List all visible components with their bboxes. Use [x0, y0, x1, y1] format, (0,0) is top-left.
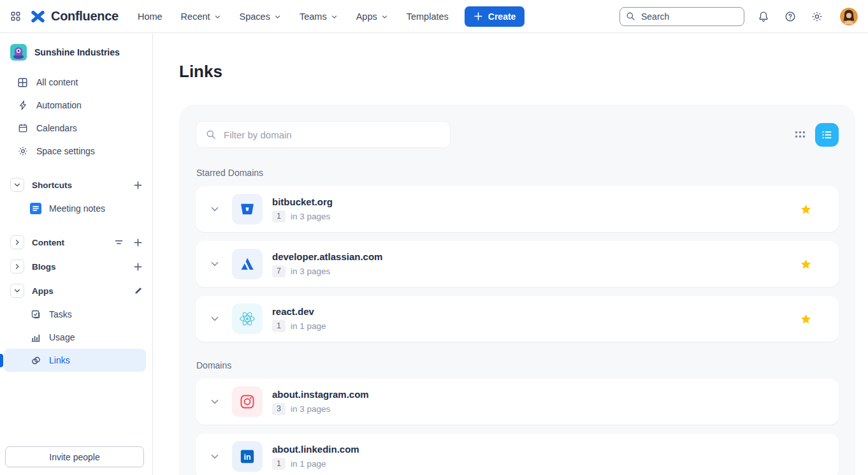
confluence-logo-mark: [29, 9, 47, 24]
domain-name: about.linkedin.com: [272, 444, 359, 455]
create-button[interactable]: Create: [465, 6, 525, 27]
link-count-badge: 1: [272, 210, 286, 223]
domain-name: developer.atlassian.com: [272, 251, 382, 262]
space-name: Sunshine Industries: [34, 47, 120, 57]
expand-chevron-right-icon[interactable]: [10, 235, 24, 249]
instagram-icon: [232, 386, 263, 417]
help-icon[interactable]: [785, 11, 796, 22]
sidebar-item-automation[interactable]: Automation: [0, 94, 152, 117]
view-toggle: [795, 123, 839, 147]
primary-nav: Home Recent Spaces Teams Apps Templates: [138, 11, 449, 22]
invite-people-button[interactable]: Invite people: [5, 446, 144, 467]
nav-home[interactable]: Home: [138, 11, 163, 22]
content-header[interactable]: Content: [0, 230, 152, 254]
grid-view-button[interactable]: [795, 130, 806, 139]
nav-spaces[interactable]: Spaces: [240, 11, 281, 22]
add-shortcut-plus-icon[interactable]: [133, 180, 143, 190]
collapse-chevron-down-icon[interactable]: [10, 284, 24, 298]
sidebar-item-all-content[interactable]: All content: [0, 71, 152, 94]
domain-name: bitbucket.org: [272, 196, 333, 207]
expand-chevron-down-icon[interactable]: [210, 204, 220, 214]
expand-chevron-down-icon[interactable]: [210, 451, 220, 462]
nav-templates[interactable]: Templates: [407, 11, 449, 22]
star-icon[interactable]: [800, 258, 812, 270]
nav-recent[interactable]: Recent: [181, 11, 221, 22]
domain-row-atlassian[interactable]: developer.atlassian.com 7 in 3 pages: [196, 241, 839, 287]
topbar-action-icons: [758, 8, 858, 26]
links-panel: Starred Domains bitbucket.org 1 in 3 pag…: [179, 105, 855, 475]
expand-chevron-down-icon[interactable]: [210, 259, 220, 269]
link-count-badge: 7: [272, 265, 286, 277]
apps-header[interactable]: Apps: [0, 279, 152, 303]
space-settings-icon: [17, 146, 28, 156]
search-input[interactable]: [640, 11, 738, 22]
filter-icon[interactable]: [114, 238, 124, 247]
domain-row-react[interactable]: react.dev 1 in 1 page: [196, 296, 839, 342]
domain-row-bitbucket[interactable]: bitbucket.org 1 in 3 pages: [196, 186, 839, 232]
pages-text: in 3 pages: [291, 267, 330, 276]
top-navigation-bar: Confluence Home Recent Spaces Teams Apps…: [0, 0, 868, 33]
chevron-down-icon: [331, 13, 338, 20]
user-avatar[interactable]: [840, 8, 858, 26]
nav-apps[interactable]: Apps: [356, 11, 388, 22]
main-content: Links Starred Domains: [154, 34, 868, 475]
edit-pencil-icon[interactable]: [134, 286, 143, 295]
meeting-notes-icon: [30, 203, 41, 214]
global-search[interactable]: [619, 7, 744, 26]
add-content-plus-icon[interactable]: [133, 238, 143, 247]
domain-filter[interactable]: [196, 121, 451, 148]
star-icon[interactable]: [800, 313, 812, 325]
notifications-bell-icon[interactable]: [758, 11, 769, 22]
sidebar-item-tasks[interactable]: Tasks: [4, 303, 146, 326]
sidebar-item-usage[interactable]: Usage: [4, 326, 146, 349]
tasks-icon: [30, 309, 41, 319]
space-avatar-monster: [10, 44, 27, 61]
usage-icon: [30, 332, 41, 342]
domains-label: Domains: [196, 360, 839, 370]
search-icon: [206, 129, 216, 140]
domain-row-linkedin[interactable]: in about.linkedin.com 1 in 1 page: [196, 434, 839, 475]
domain-filter-input[interactable]: [222, 129, 440, 141]
starred-domains-label: Starred Domains: [196, 168, 839, 178]
domain-name: about.instagram.com: [272, 389, 369, 400]
apps-label: Apps: [32, 286, 54, 296]
nav-teams[interactable]: Teams: [300, 11, 338, 22]
pages-text: in 3 pages: [291, 404, 330, 414]
confluence-logo[interactable]: Confluence: [29, 9, 119, 24]
svg-text:in: in: [243, 453, 250, 462]
sidebar-nav: All content Automation Calendars Space s…: [0, 71, 152, 163]
pages-text: in 3 pages: [291, 212, 330, 221]
app-name: Confluence: [51, 9, 119, 24]
chevron-down-icon: [381, 13, 388, 20]
collapse-chevron-down-icon[interactable]: [10, 178, 24, 192]
expand-chevron-right-icon[interactable]: [10, 259, 24, 274]
blogs-label: Blogs: [32, 262, 56, 272]
shortcuts-label: Shortcuts: [32, 180, 72, 190]
expand-chevron-down-icon[interactable]: [210, 397, 220, 407]
link-count-badge: 1: [272, 320, 286, 332]
add-blog-plus-icon[interactable]: [133, 262, 143, 272]
domain-row-instagram[interactable]: about.instagram.com 3 in 3 pages: [196, 379, 839, 425]
pages-text: in 1 page: [291, 459, 326, 469]
sidebar-item-calendars[interactable]: Calendars: [0, 117, 152, 140]
link-count-badge: 3: [272, 403, 286, 415]
links-icon: [30, 355, 41, 366]
sidebar-item-links[interactable]: Links: [4, 349, 146, 372]
app-switcher-icon[interactable]: [10, 11, 21, 22]
sidebar-item-space-settings[interactable]: Space settings: [0, 140, 152, 163]
settings-gear-icon[interactable]: [811, 11, 823, 22]
list-view-button[interactable]: [815, 123, 839, 147]
chevron-down-icon: [274, 13, 281, 20]
plus-icon: [474, 11, 483, 21]
bitbucket-icon: [232, 194, 263, 224]
star-icon[interactable]: [800, 203, 812, 216]
calendars-icon: [17, 123, 28, 133]
all-content-icon: [17, 77, 28, 88]
shortcuts-header[interactable]: Shortcuts: [0, 173, 152, 197]
linkedin-icon: in: [232, 441, 263, 472]
space-header[interactable]: Sunshine Industries: [0, 34, 152, 68]
sidebar-item-meeting-notes[interactable]: Meeting notes: [4, 197, 146, 220]
blogs-header[interactable]: Blogs: [0, 254, 152, 279]
panel-toolbar: [196, 121, 839, 148]
expand-chevron-down-icon[interactable]: [210, 314, 220, 324]
